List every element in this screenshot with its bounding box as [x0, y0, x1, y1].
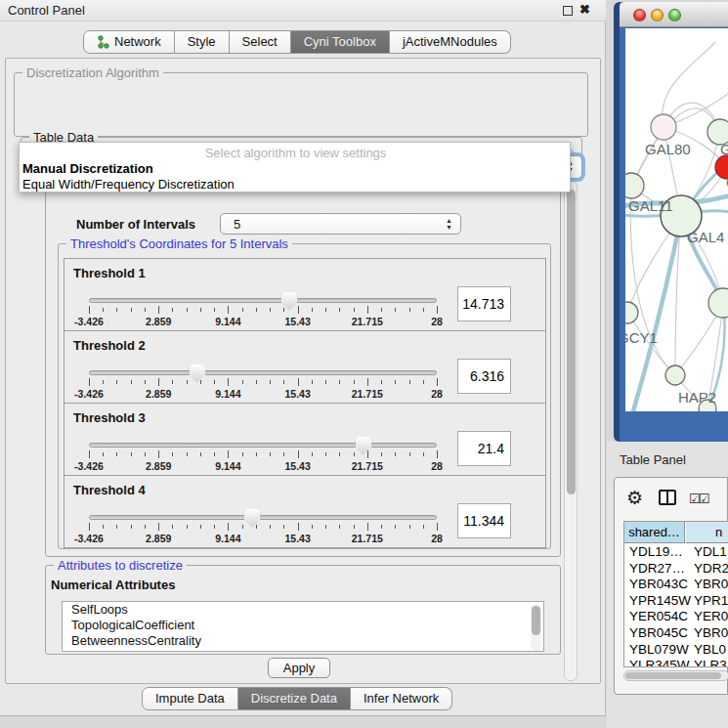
scale-tick-label: 2.859 — [146, 533, 171, 544]
table-column-name: YDL1 YDR2 YBR0 YPR1 YER0 YBR0 YBL0 YLR3 … — [689, 544, 728, 667]
threshold-slider[interactable] — [89, 298, 437, 303]
scale-tick-label: 15.43 — [284, 316, 310, 327]
threshold-value-field[interactable]: 11.344 — [457, 503, 511, 538]
threshold-row: Threshold 2 -3.426 2.859 9.144 15.43 21.… — [64, 330, 546, 404]
column-header-shared-name[interactable]: shared… — [624, 522, 685, 543]
scale-tick-label: 2.859 — [146, 460, 171, 472]
close-traffic-light-icon[interactable] — [633, 9, 646, 21]
scale-tick-label: 9.144 — [215, 316, 240, 327]
table-cell[interactable]: YBL079W — [624, 642, 685, 659]
scale-tick-label: 28 — [431, 316, 443, 327]
node-table[interactable]: shared… n YDL19… YDR27… YBR043C YPR145W … — [623, 521, 728, 667]
algorithm-option-manual[interactable]: Manual Discretization — [22, 161, 568, 177]
slider-ticks — [89, 523, 437, 532]
tab-select[interactable]: Select — [230, 30, 291, 54]
minimize-traffic-light-icon[interactable] — [651, 9, 664, 21]
node-h[interactable] — [708, 288, 728, 318]
table-cell[interactable]: YBR045C — [624, 625, 685, 642]
table-cell[interactable]: YDR2 — [689, 561, 728, 578]
numerical-attributes-list[interactable]: SelfLoops TopologicalCoefficient Between… — [62, 601, 544, 652]
table-cell[interactable]: YBR043C — [624, 577, 685, 593]
numerical-attributes-label: Numerical Attributes — [51, 578, 175, 592]
threshold-value-field[interactable]: 6.316 — [457, 359, 511, 394]
node-hap2[interactable] — [665, 365, 685, 385]
table-horizontal-scrollbar[interactable] — [623, 670, 728, 681]
table-cell[interactable]: YBR0 — [689, 625, 728, 642]
table-column-shared-name: YDL19… YDR27… YBR043C YPR145W YER054C YB… — [624, 544, 685, 667]
apply-button[interactable]: Apply — [268, 658, 330, 678]
float-window-icon[interactable] — [563, 6, 573, 16]
tab-discretize-data[interactable]: Discretize Data — [238, 687, 351, 710]
node-label: GAL11 — [628, 197, 673, 214]
threshold-row: Threshold 4 -3.426 2.859 9.144 15.43 21.… — [64, 475, 546, 548]
threshold-slider[interactable] — [89, 515, 437, 520]
scale-tick-label: 9.144 — [215, 388, 240, 400]
discretization-algorithm-group: Discretization Algorithm — [14, 72, 588, 137]
list-scrollbar[interactable] — [531, 604, 541, 651]
table-cell[interactable]: YDL19… — [624, 544, 685, 561]
list-item[interactable]: TopologicalCoefficient — [63, 618, 543, 633]
cyni-toolbox-panel: Discretization Algorithm ▲▼ Select algor… — [5, 58, 601, 684]
tab-network-label: Network — [114, 31, 161, 53]
close-icon[interactable]: ✖ — [579, 2, 590, 17]
tab-style[interactable]: Style — [175, 30, 230, 54]
threshold-label: Threshold 4 — [73, 483, 146, 497]
slider-ticks — [89, 306, 437, 315]
network-canvas[interactable]: GAL80 GA C GAL11 GAL4 GCY1 H HAP2 — [625, 28, 728, 411]
tab-select-label: Select — [242, 31, 278, 53]
network-window-titlebar — [620, 2, 728, 27]
scale-tick-label: -3.426 — [74, 460, 104, 472]
table-toolbar: ⚙ ☑☑ — [615, 478, 728, 517]
discretization-algorithm-group-title: Discretization Algorithm — [22, 65, 163, 80]
table-cell[interactable]: YBR0 — [689, 577, 728, 593]
table-panel: Table Panel ⚙ ☑☑ shared… n YDL19… YDR27…… — [607, 442, 728, 728]
zoom-traffic-light-icon[interactable] — [668, 9, 681, 21]
algorithm-option-equal-width[interactable]: Equal Width/Frequency Discretization — [22, 177, 568, 193]
threshold-value-field[interactable]: 14.713 — [457, 286, 511, 321]
network-graph: GAL80 GA C GAL11 GAL4 GCY1 H HAP2 — [625, 28, 728, 411]
table-cell[interactable]: YER0 — [689, 609, 728, 625]
table-cell[interactable]: YBL0 — [689, 642, 728, 659]
settings-scrollbar[interactable] — [564, 181, 578, 681]
table-cell[interactable]: YDL1 — [689, 544, 728, 561]
tab-impute-data[interactable]: Impute Data — [142, 687, 238, 710]
gear-icon[interactable]: ⚙ — [626, 487, 643, 509]
control-panel-window: Control Panel ✖ Network Style Select — [0, 0, 606, 716]
column-header-name[interactable]: n — [686, 522, 728, 543]
scale-tick-label: 21.715 — [352, 460, 383, 472]
table-cell[interactable]: YLR3 — [689, 658, 728, 667]
node-gal80[interactable] — [651, 114, 676, 140]
scale-tick-label: 28 — [431, 460, 443, 472]
control-panel-header: Control Panel ✖ — [0, 0, 606, 21]
slider-scale: -3.426 2.859 9.144 15.43 21.715 28 — [89, 316, 437, 327]
tab-cyni-toolbox[interactable]: Cyni Toolbox — [291, 30, 390, 54]
table-cell[interactable]: YER054C — [624, 609, 685, 625]
checkbox-icon[interactable]: ☑☑ — [689, 492, 707, 506]
tab-jactivemnodules-label: jActiveMNodules — [403, 31, 497, 53]
thresholds-group: Threshold's Coordinates for 5 Intervals … — [58, 243, 551, 549]
table-cell[interactable]: YDR27… — [624, 561, 685, 578]
scale-tick-label: 2.859 — [146, 388, 171, 400]
bottom-tab-bar: Impute Data Discretize Data Infer Networ… — [142, 687, 452, 710]
node-gal11[interactable] — [625, 173, 644, 198]
settings-scroll-area: Interval Definition Number of Intervals … — [10, 180, 563, 683]
node-gcy1[interactable] — [625, 302, 638, 323]
number-of-intervals-select[interactable]: 5 ▲▼ — [220, 213, 461, 235]
tab-network[interactable]: Network — [83, 30, 175, 54]
node-label: GAL80 — [645, 141, 691, 157]
threshold-slider[interactable] — [89, 443, 437, 448]
columns-icon[interactable] — [659, 490, 676, 505]
tab-jactivemnodules[interactable]: jActiveMNodules — [390, 30, 511, 54]
tab-infer-network[interactable]: Infer Network — [351, 687, 452, 710]
scale-tick-label: 21.715 — [352, 533, 383, 544]
threshold-value-field[interactable]: 21.4 — [457, 431, 511, 466]
attributes-group: Attributes to discretize Numerical Attri… — [45, 565, 561, 655]
list-item[interactable]: SelfLoops — [63, 602, 543, 618]
list-item[interactable]: BetweennessCentrality — [63, 633, 543, 649]
table-cell[interactable]: YPR1 — [689, 593, 728, 610]
tab-style-label: Style — [188, 31, 216, 53]
table-cell[interactable]: YPR145W — [624, 593, 685, 610]
threshold-slider[interactable] — [89, 370, 437, 375]
table-cell[interactable]: YLR345W — [624, 658, 685, 667]
tab-infer-network-label: Infer Network — [364, 688, 439, 709]
